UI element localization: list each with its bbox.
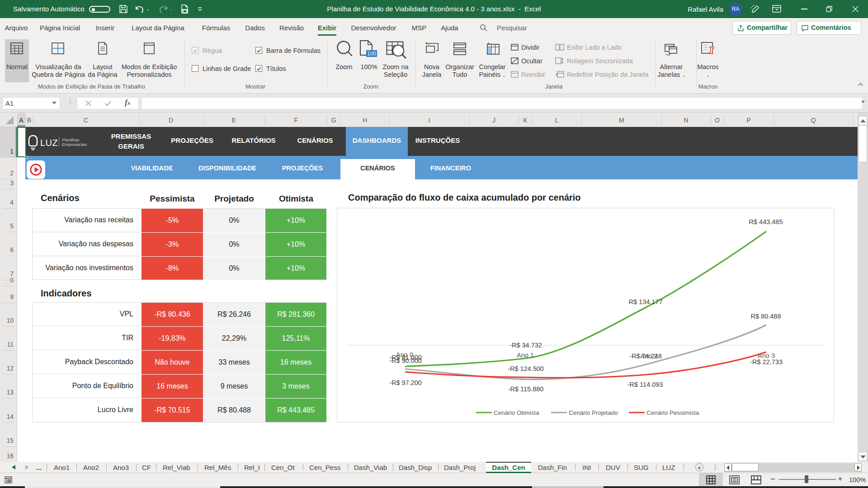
svg-text:-R$ 114.093: -R$ 114.093	[627, 381, 663, 388]
svg-text:R$ 443.485: R$ 443.485	[749, 218, 783, 225]
svg-text:R$ 134.177: R$ 134.177	[629, 298, 663, 305]
svg-text:Ano 3: Ano 3	[758, 352, 775, 359]
svg-text:-R$ 34.732: -R$ 34.732	[509, 342, 542, 349]
svg-text:-R$ 22.733: -R$ 22.733	[750, 358, 783, 366]
svg-text:-R$ 115.880: -R$ 115.880	[508, 385, 544, 393]
svg-text:Ano 2: Ano 2	[640, 352, 657, 360]
svg-text:Cenário Pessimista: Cenário Pessimista	[646, 409, 699, 416]
svg-text:100: 100	[367, 51, 376, 57]
svg-text:Ano 0: Ano 0	[396, 351, 413, 358]
svg-text:R$ 80.488: R$ 80.488	[751, 313, 781, 320]
svg-text:-R$ 124.500: -R$ 124.500	[508, 365, 544, 372]
svg-text:Ano 1: Ano 1	[517, 352, 534, 359]
svg-text:Cenário Otimista: Cenário Otimista	[494, 409, 539, 416]
svg-text:-R$ 97.200: -R$ 97.200	[389, 379, 422, 386]
svg-text:*: *	[487, 42, 490, 48]
svg-text:Cenário Projetado: Cenário Projetado	[569, 409, 618, 416]
